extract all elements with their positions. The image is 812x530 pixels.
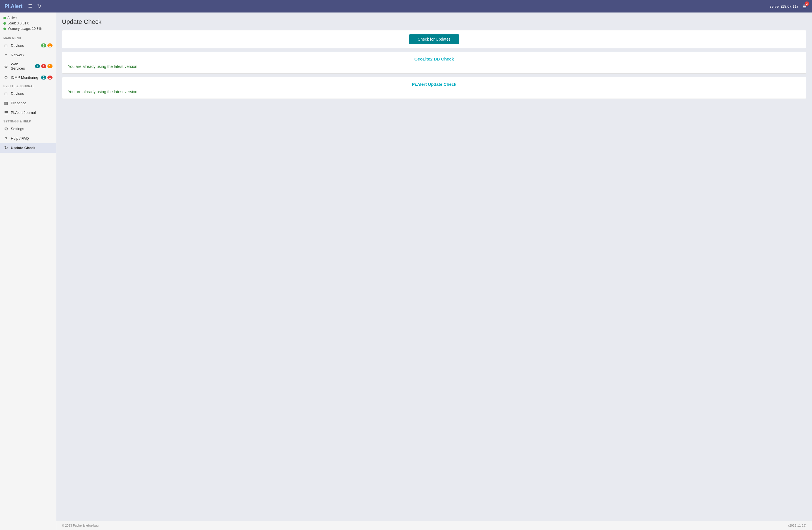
card-action: Check for Updates (62, 30, 806, 48)
pialert-status: You are already using the latest version (68, 89, 800, 94)
sidebar-item-network[interactable]: ≡ Network (0, 50, 56, 60)
device-icon[interactable]: 🖥 2 (801, 2, 808, 10)
sidebar-item-label: ICMP Monitoring (11, 75, 39, 80)
active-dot (3, 17, 6, 19)
sidebar-status: Active Load: 0 0.01 0 Memory usage: 10.3… (0, 13, 56, 34)
page-title: Update Check (62, 18, 806, 26)
check-updates-card: Check for Updates (62, 30, 806, 48)
sidebar-item-label: Update Check (11, 146, 53, 150)
update-icon: ↻ (3, 145, 9, 151)
pialert-card: Pi.Alert Update Check You are already us… (62, 77, 806, 99)
sidebar-item-label: Devices (11, 91, 53, 96)
laptop-icon: □ (3, 43, 9, 48)
badge-orange: 1 (47, 43, 53, 47)
sidebar-item-label: Devices (11, 43, 39, 48)
sidebar-item-label: Network (11, 53, 53, 57)
events-label: EVENTS & JOURNAL (0, 82, 56, 89)
topnav-badge: 2 (804, 1, 809, 6)
server-label: server (18:07:11) (770, 4, 798, 9)
layout: Active Load: 0 0.01 0 Memory usage: 10.3… (0, 13, 812, 530)
sidebar-item-settings[interactable]: ⚙ Settings (0, 124, 56, 134)
list-icon: ☰ (3, 110, 9, 115)
laptop-icon: □ (3, 91, 9, 96)
sidebar-item-devices-main[interactable]: □ Devices 5 1 (0, 41, 56, 50)
status-active: Active (3, 15, 53, 21)
main-area: Update Check Check for Updates GeoLite2 … (56, 13, 812, 530)
sidebar-item-label: Settings (11, 127, 53, 131)
sidebar-item-devices-events[interactable]: □ Devices (0, 89, 56, 98)
pialert-section: Pi.Alert Update Check You are already us… (62, 77, 806, 99)
settings-label: SETTINGS & HELP (0, 118, 56, 124)
sidebar-item-presence[interactable]: ▦ Presence (0, 98, 56, 108)
question-icon: ? (3, 136, 9, 141)
badge-green: 5 (41, 43, 46, 47)
sidebar-item-update-check[interactable]: ↻ Update Check (0, 143, 56, 153)
logo: Pi.Alert (4, 3, 23, 9)
badge-red: 1 (41, 64, 46, 68)
search-icon: ⊙ (3, 75, 9, 80)
sidebar-item-help[interactable]: ? Help / FAQ (0, 134, 56, 143)
sidebar: Active Load: 0 0.01 0 Memory usage: 10.3… (0, 13, 56, 530)
geolite-card: GeoLite2 DB Check You are already using … (62, 52, 806, 74)
topnav: Pi.Alert ☰ ↻ server (18:07:11) 🖥 2 (0, 0, 812, 13)
hamburger-icon[interactable]: ☰ (28, 3, 33, 9)
sidebar-item-label: Web Services (11, 62, 33, 70)
globe-icon: ⊕ (3, 63, 9, 69)
icmp-badges: 2 1 (41, 75, 53, 80)
webservices-badges: 2 1 1 (35, 64, 53, 68)
gear-icon: ⚙ (3, 126, 9, 131)
badge-orange: 1 (47, 64, 53, 68)
sidebar-item-label: Help / FAQ (11, 136, 53, 141)
footer-copyright: © 2023 Puche & leiweibau (62, 524, 99, 527)
badge-red: 1 (47, 75, 53, 80)
badge-teal: 2 (35, 64, 40, 68)
main-content: Update Check Check for Updates GeoLite2 … (56, 13, 812, 521)
topnav-icons: ☰ ↻ (28, 3, 41, 9)
sidebar-item-journal[interactable]: ☰ Pi.Alert Journal (0, 108, 56, 118)
calendar-icon: ▦ (3, 101, 9, 106)
devices-badges: 5 1 (41, 43, 53, 47)
footer-date: (2023-11-28) (788, 524, 806, 527)
check-updates-button[interactable]: Check for Updates (409, 34, 459, 44)
sidebar-item-web-services[interactable]: ⊕ Web Services 2 1 1 (0, 60, 56, 73)
status-memory: Memory usage: 10.3% (3, 26, 53, 31)
sidebar-item-icmp[interactable]: ⊙ ICMP Monitoring 2 1 (0, 73, 56, 82)
network-icon: ≡ (3, 53, 9, 57)
geolite-status: You are already using the latest version (68, 64, 800, 69)
status-load: Load: 0 0.01 0 (3, 21, 53, 26)
pialert-title: Pi.Alert Update Check (68, 82, 800, 87)
load-dot (3, 22, 6, 25)
sidebar-item-label: Presence (11, 101, 53, 105)
memory-dot (3, 28, 6, 30)
geolite-section: GeoLite2 DB Check You are already using … (62, 52, 806, 73)
sidebar-item-label: Pi.Alert Journal (11, 111, 53, 115)
refresh-icon[interactable]: ↻ (37, 3, 41, 9)
footer: © 2023 Puche & leiweibau (2023-11-28) (56, 521, 812, 530)
badge-teal: 2 (41, 75, 46, 80)
main-menu-label: MAIN MENU (0, 34, 56, 41)
geolite-title: GeoLite2 DB Check (68, 57, 800, 61)
